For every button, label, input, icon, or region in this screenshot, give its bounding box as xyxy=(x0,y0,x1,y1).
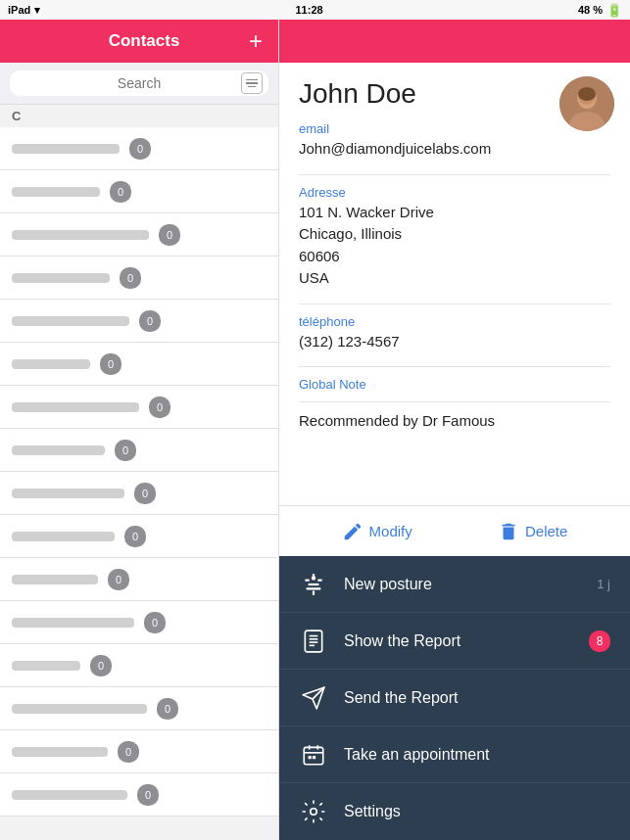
contacts-panel: Contacts + C 0 0 0 xyxy=(0,20,279,840)
address-label: Adresse xyxy=(299,185,610,200)
contact-badge: 0 xyxy=(90,655,112,677)
contact-name-blur xyxy=(12,144,120,154)
menu-item-label: Settings xyxy=(344,803,610,820)
menu-item-send[interactable]: Send the Report xyxy=(279,670,630,726)
svg-rect-7 xyxy=(305,579,309,581)
contact-name-blur xyxy=(12,316,129,326)
contacts-header: Contacts + xyxy=(0,20,278,63)
menu-panel: New posture 1 j Show the Report 8 Send t… xyxy=(279,556,630,840)
sort-button[interactable] xyxy=(241,72,263,94)
svg-rect-22 xyxy=(313,756,315,759)
contact-badge: 0 xyxy=(124,526,146,547)
list-item[interactable]: 0 xyxy=(0,170,278,213)
menu-item-label: Take an appointment xyxy=(344,746,610,764)
contact-badge: 0 xyxy=(159,224,180,246)
contact-badge: 0 xyxy=(118,741,139,763)
list-item[interactable]: 0 xyxy=(0,429,278,472)
menu-badge: 8 xyxy=(589,630,610,652)
list-item[interactable]: 0 xyxy=(0,257,278,300)
search-input[interactable] xyxy=(20,75,259,91)
email-value: John@diamondjuicelabs.com xyxy=(299,138,610,161)
list-item[interactable]: 0 xyxy=(0,558,278,601)
detail-header xyxy=(279,20,630,63)
svg-rect-21 xyxy=(309,756,312,759)
status-bar: iPad ▾ 11:28 48 % 🔋 xyxy=(0,0,630,20)
contacts-title: Contacts xyxy=(39,31,249,51)
svg-point-23 xyxy=(311,809,317,816)
detail-panel: John Doe email John@diamondjuicelabs.com… xyxy=(279,20,630,840)
email-label: email xyxy=(299,121,610,136)
add-contact-button[interactable]: + xyxy=(249,29,263,53)
svg-point-10 xyxy=(312,576,315,580)
report-icon xyxy=(299,627,328,656)
contact-badge: 0 xyxy=(139,310,161,332)
list-item[interactable]: 0 xyxy=(0,300,278,343)
divider-3 xyxy=(299,366,610,367)
list-item[interactable]: 0 xyxy=(0,515,278,558)
menu-item-calendar[interactable]: Take an appointment xyxy=(279,726,630,783)
status-time: 11:28 xyxy=(296,4,323,16)
divider-2 xyxy=(299,303,610,304)
delete-label: Delete xyxy=(525,523,567,539)
list-item[interactable]: 0 xyxy=(0,687,278,730)
list-item[interactable]: 0 xyxy=(0,601,278,644)
send-icon xyxy=(299,683,328,713)
svg-rect-8 xyxy=(317,579,321,581)
contact-badge: 0 xyxy=(129,138,151,160)
menu-item-settings[interactable]: Settings xyxy=(279,783,630,840)
svg-point-4 xyxy=(578,87,596,101)
email-section: email John@diamondjuicelabs.com xyxy=(299,121,610,161)
list-item[interactable]: 0 xyxy=(0,386,278,429)
svg-rect-11 xyxy=(306,587,320,589)
svg-rect-12 xyxy=(305,630,321,652)
modify-label: Modify xyxy=(369,523,412,539)
contact-name-blur xyxy=(12,489,124,498)
delete-button[interactable]: Delete xyxy=(498,521,567,542)
address-value: 101 N. Wacker Drive Chicago, Illinois 60… xyxy=(299,202,610,290)
contact-badge: 0 xyxy=(144,612,166,633)
contact-name-blur xyxy=(12,704,147,714)
list-item[interactable]: 0 xyxy=(0,127,278,170)
divider-4 xyxy=(299,401,610,402)
phone-label: téléphone xyxy=(299,314,610,329)
posture-icon xyxy=(299,570,328,599)
list-item[interactable]: 0 xyxy=(0,644,278,687)
contacts-list: 0 0 0 0 0 0 0 0 0 0 xyxy=(0,127,278,840)
contact-badge: 0 xyxy=(110,181,131,203)
trash-icon xyxy=(498,521,519,542)
battery-text: 48 % xyxy=(578,4,603,16)
contact-name-blur xyxy=(12,402,139,412)
section-label-c: C xyxy=(0,105,278,127)
divider-1 xyxy=(299,174,610,175)
list-item[interactable]: 0 xyxy=(0,343,278,386)
list-item[interactable]: 0 xyxy=(0,730,278,773)
settings-icon xyxy=(299,797,328,826)
contact-badge: 0 xyxy=(100,353,121,375)
contact-badge: 0 xyxy=(108,569,129,590)
action-bar: Modify Delete xyxy=(279,505,630,556)
status-left: iPad ▾ xyxy=(8,4,40,17)
status-right: 48 % 🔋 xyxy=(578,3,622,18)
phone-section: téléphone (312) 123-4567 xyxy=(299,314,610,353)
contact-name-blur xyxy=(12,747,108,757)
svg-rect-9 xyxy=(309,583,319,584)
menu-item-report[interactable]: Show the Report 8 xyxy=(279,613,630,670)
contact-name-blur xyxy=(12,790,127,800)
search-bar xyxy=(0,63,278,105)
contact-name-blur xyxy=(12,359,90,369)
svg-rect-6 xyxy=(313,590,315,594)
main-layout: Contacts + C 0 0 0 xyxy=(0,20,630,840)
modify-button[interactable]: Modify xyxy=(342,521,412,542)
battery-icon: 🔋 xyxy=(606,3,622,18)
list-item[interactable]: 0 xyxy=(0,773,278,817)
contact-name-blur xyxy=(12,187,100,197)
contact-name-blur xyxy=(12,661,80,671)
contact-name-blur xyxy=(12,575,98,584)
menu-item-label: Send the Report xyxy=(344,689,610,707)
list-item[interactable]: 0 xyxy=(0,213,278,257)
menu-item-posture[interactable]: New posture 1 j xyxy=(279,556,630,613)
contact-name-blur xyxy=(12,532,115,541)
contact-badge: 0 xyxy=(137,784,159,806)
global-note-label: Global Note xyxy=(299,377,610,392)
list-item[interactable]: 0 xyxy=(0,472,278,515)
